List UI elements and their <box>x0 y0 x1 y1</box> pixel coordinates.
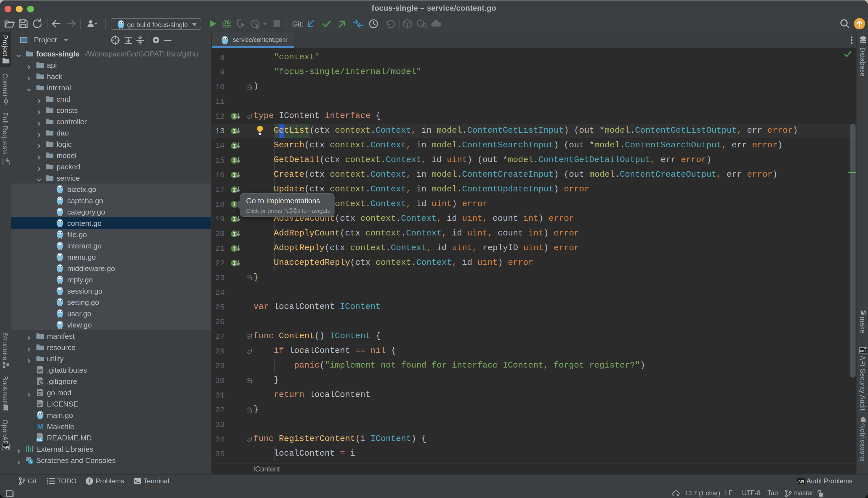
svg-text:M: M <box>37 422 43 431</box>
svg-text:MD: MD <box>36 438 42 442</box>
svg-text:/API: /API <box>797 480 804 484</box>
svg-text:M: M <box>860 310 866 317</box>
svg-text:/API: /API <box>860 349 866 353</box>
svg-text:/API: /API <box>2 446 9 449</box>
